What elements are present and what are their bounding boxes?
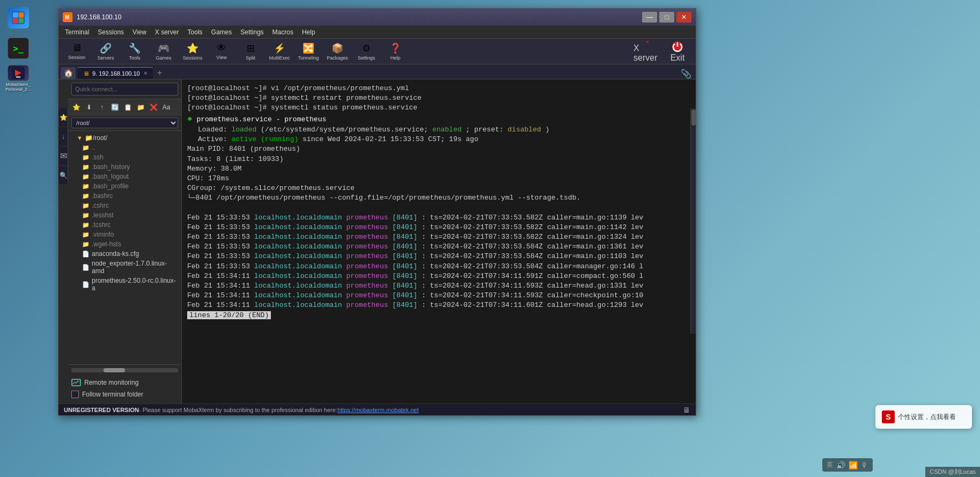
toolbar-packages[interactable]: 📦 Packages	[323, 40, 351, 63]
folder-icon-11: 📁	[82, 231, 90, 238]
term-log-2: Feb 21 15:33:53 localhost.localdomain pr…	[187, 223, 690, 232]
minimize-button[interactable]: —	[642, 12, 657, 23]
menu-help[interactable]: Help	[298, 27, 320, 37]
nav-btn-4[interactable]: 🔍	[58, 166, 68, 185]
toolbar-games[interactable]: 🎮 Games	[150, 40, 178, 63]
tree-item-wget-hsts[interactable]: 📁 .wget-hsts	[68, 239, 181, 249]
menu-settings[interactable]: Settings	[236, 27, 268, 37]
tree-item-bashrc[interactable]: 📁 .bashrc	[68, 191, 181, 201]
term-line-10: CPU: 178ms	[187, 174, 690, 184]
status-bar: UNREGISTERED VERSION - Please support Mo…	[58, 403, 696, 415]
quick-connect-input[interactable]	[71, 83, 178, 96]
toolbar-tools[interactable]: 🔧 Tools	[121, 40, 149, 63]
menu-xserver[interactable]: X server	[151, 27, 183, 37]
term-line-12: └─8401 /opt/prometheus/prometheus --conf…	[187, 193, 690, 203]
toolbar-servers[interactable]: 🔗 Servers	[92, 40, 120, 63]
sidebar-upload-btn[interactable]: ↑	[96, 101, 108, 113]
horizontal-scrollbar[interactable]	[71, 368, 178, 372]
sidebar-case-btn[interactable]: Aa	[160, 101, 172, 113]
path-select[interactable]: /root/	[71, 118, 178, 128]
tray-net[interactable]: 📶	[849, 461, 858, 469]
toolbar-xserver[interactable]: X server	[633, 40, 661, 63]
sidebar-refresh-btn[interactable]: 🔄	[109, 101, 121, 113]
tree-item-lesshst[interactable]: 📁 .lesshst	[68, 210, 181, 220]
tree-item-prometheus[interactable]: 📄 prometheus-2.50.0-rc.0.linux-a	[68, 276, 181, 293]
monitoring-icon	[71, 379, 81, 386]
mobaxterm-desktop-icon[interactable]: MobaXterm_Personal_2...	[5, 65, 31, 91]
main-window: M 192.168.100.10 — □ ✕ Terminal Sessions…	[58, 8, 696, 416]
sidebar: ⭐ ↓ ✉ 🔍 ⭐ ⬇ ↑ 🔄 📋 📁 ❌	[58, 79, 182, 403]
tree-item-cshrc[interactable]: 📁 .cshrc	[68, 201, 181, 210]
toolbar-view[interactable]: 👁 View	[208, 40, 235, 63]
menu-games[interactable]: Games	[207, 27, 237, 37]
svg-rect-4	[19, 18, 24, 23]
nav-btn-3[interactable]: ✉	[58, 146, 68, 166]
sidebar-copy-btn[interactable]: 📋	[122, 101, 134, 113]
toolbar-split[interactable]: ⊞ Split	[237, 40, 264, 63]
tree-item-root[interactable]: ▼ 📁 /root/	[68, 133, 181, 143]
svg-rect-2	[19, 12, 24, 18]
toolbar-session[interactable]: 🖥 Session	[63, 40, 91, 63]
tree-item-tcshrc[interactable]: 📁 .tcshrc	[68, 220, 181, 230]
menu-tools[interactable]: Tools	[183, 27, 207, 37]
toolbar-multiexec[interactable]: ⚡ MultiExec	[266, 40, 293, 63]
maximize-button[interactable]: □	[659, 12, 674, 23]
statusbar-link[interactable]: https://mobaxterm.mobatek.net	[337, 407, 419, 413]
sidebar-delete-btn[interactable]: ❌	[148, 101, 159, 113]
menu-macros[interactable]: Macros	[268, 27, 298, 37]
terminal-area: [root@localhost ~]# vi /opt/prometheus/p…	[182, 79, 696, 403]
file-icon-2: 📄	[82, 264, 90, 271]
folder-icon-8: 📁	[82, 202, 90, 209]
tree-item-anaconda[interactable]: 📄 anaconda-ks.cfg	[68, 249, 181, 259]
follow-folder-checkbox[interactable]	[71, 391, 79, 398]
tab-session-1[interactable]: 🖥 9. 192.168.100.10 ✕	[78, 67, 153, 79]
nav-btn-1[interactable]: ⭐	[58, 108, 68, 127]
taskbar-left: >_ MobaXterm_Personal_2...	[5, 5, 31, 91]
sidebar-star-btn[interactable]: ⭐	[70, 101, 82, 113]
menu-view[interactable]: View	[128, 27, 151, 37]
statusbar-middle: - Please support MobaXterm by subscribin…	[139, 407, 337, 413]
menu-terminal[interactable]: Terminal	[61, 27, 93, 37]
tree-item-bash-logout[interactable]: 📁 .bash_logout	[68, 172, 181, 181]
toolbar-settings[interactable]: ⚙ Settings	[352, 40, 380, 63]
tree-item-node-exporter[interactable]: 📄 node_exporter-1.7.0.linux-amd	[68, 259, 181, 276]
csdn-icon: S	[882, 410, 895, 423]
right-panel[interactable]: S 个性设置，点我看看	[875, 405, 972, 429]
close-button[interactable]: ✕	[676, 12, 691, 23]
system-tray: 英 🔊 📶 🎙	[822, 458, 873, 472]
tray-lang[interactable]: 英	[827, 460, 833, 469]
menu-sessions[interactable]: Sessions	[93, 27, 128, 37]
tab-new-button[interactable]: +	[154, 67, 166, 79]
tree-item-bash-profile[interactable]: 📁 .bash_profile	[68, 181, 181, 191]
folder-icon-5: 📁	[82, 173, 90, 180]
sidebar-folder-btn[interactable]: 📁	[135, 101, 146, 113]
remote-monitoring[interactable]: Remote monitoring	[71, 377, 178, 388]
term-log-1: Feb 21 15:33:53 localhost.localdomain pr…	[187, 213, 690, 223]
sidebar-download-btn[interactable]: ⬇	[83, 101, 95, 113]
nav-btn-2[interactable]: ↓	[58, 127, 68, 146]
term-line-6: Active: active (running) since Wed 2024-…	[187, 135, 690, 144]
tree-item-bash-history[interactable]: 📁 .bash_history	[68, 162, 181, 172]
tab-attach-icon[interactable]: 📎	[681, 69, 694, 79]
tree-item-ssh[interactable]: 📁 .ssh	[68, 152, 181, 162]
csdn-bottom-label: CSDN @刘Lucas	[925, 467, 980, 477]
scrollbar-thumb	[104, 368, 125, 372]
tray-mic[interactable]: 🎙	[861, 461, 868, 469]
toolbar-tunneling[interactable]: 🔀 Tunneling	[294, 40, 322, 63]
tree-item-viminfo[interactable]: 📁 .viminfo	[68, 230, 181, 239]
tab-home[interactable]: 🏠	[61, 67, 76, 79]
vmware-icon[interactable]	[5, 5, 31, 31]
toolbar-help[interactable]: ❓ Help	[381, 40, 409, 63]
follow-folder[interactable]: Follow terminal folder	[71, 388, 178, 400]
tray-vol[interactable]: 🔊	[836, 461, 845, 469]
toolbar-sessions-star[interactable]: ⭐ Sessions	[179, 40, 207, 63]
terminal-icon[interactable]: >_	[5, 35, 31, 61]
content-area: ⭐ ↓ ✉ 🔍 ⭐ ⬇ ↑ 🔄 📋 📁 ❌	[58, 79, 696, 403]
terminal-content[interactable]: [root@localhost ~]# vi /opt/prometheus/p…	[182, 79, 696, 403]
toolbar-exit[interactable]: Exit	[664, 40, 691, 63]
terminal-vscrollbar[interactable]	[690, 108, 696, 334]
file-icon-1: 📄	[82, 251, 90, 258]
tree-item-dotdot[interactable]: 📁 ..	[68, 143, 181, 152]
term-line-4: ● prometheus.service - prometheus	[187, 113, 690, 125]
tab-close-icon[interactable]: ✕	[143, 70, 148, 76]
